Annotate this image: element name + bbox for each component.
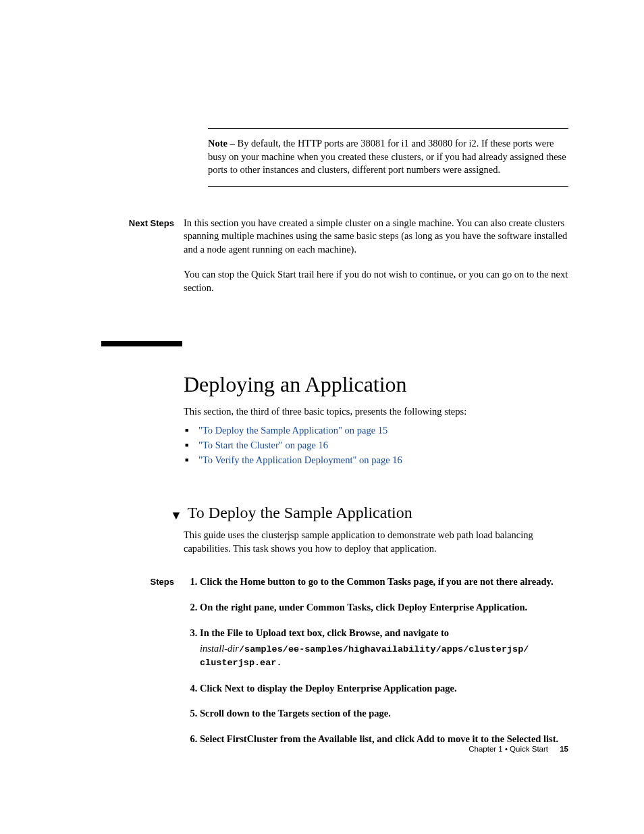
step-path: install-dir/samples/ee-samples/highavail… <box>200 642 568 669</box>
toc-link-2[interactable]: "To Start the Cluster" on page 16 <box>198 440 328 450</box>
step-item: Click the Home button to go to the Commo… <box>200 575 568 589</box>
next-steps-body: In this section you have created a simpl… <box>184 217 568 307</box>
steps-label: Steps <box>101 575 184 758</box>
toc-item: "To Deploy the Sample Application" on pa… <box>184 423 568 438</box>
path-mono: /samples/ee-samples/highavailability/app… <box>200 644 529 668</box>
note-label: Note – <box>208 138 235 149</box>
toc-list: "To Deploy the Sample Application" on pa… <box>184 423 568 467</box>
step-item: On the right pane, under Common Tasks, c… <box>200 601 568 615</box>
step-text: Click Next to display the Deploy Enterpr… <box>200 683 457 694</box>
section-rule <box>101 341 182 346</box>
footer-chapter: Chapter 1 • Quick Start <box>468 745 548 753</box>
toc-item: "To Verify the Application Deployment" o… <box>184 453 568 468</box>
note-text: By default, the HTTP ports are 38081 for… <box>208 138 566 175</box>
path-end: . <box>276 658 281 668</box>
next-steps-para-2: You can stop the Quick Start trail here … <box>184 268 568 294</box>
section-block: Deploying an Application This section, t… <box>184 372 568 468</box>
step-item: Scroll down to the Targets section of th… <box>200 707 568 721</box>
step-text: In the File to Upload text box, click Br… <box>200 627 449 638</box>
step-text: Select FirstCluster from the Available l… <box>200 733 558 744</box>
path-italic: install-dir <box>200 643 239 654</box>
steps-block: Steps Click the Home button to go to the… <box>101 575 568 758</box>
subsection-header: ▼ To Deploy the Sample Application <box>170 504 568 529</box>
note-box: Note – By default, the HTTP ports are 38… <box>208 128 568 187</box>
step-text: Click the Home button to go to the Commo… <box>200 576 554 587</box>
footer-page-number: 15 <box>560 745 568 753</box>
step-text: On the right pane, under Common Tasks, c… <box>200 602 527 613</box>
step-item: Select FirstCluster from the Available l… <box>200 733 568 746</box>
toc-item: "To Start the Cluster" on page 16 <box>184 438 568 453</box>
toc-link-3[interactable]: "To Verify the Application Deployment" o… <box>198 454 402 465</box>
step-text: Scroll down to the Targets section of th… <box>200 708 391 719</box>
triangle-icon: ▼ <box>170 509 182 521</box>
next-steps-label: Next Steps <box>101 217 184 307</box>
section-title: Deploying an Application <box>184 372 568 397</box>
subsection-intro-wrap: This guide uses the clusterjsp sample ap… <box>184 529 568 555</box>
steps-list: Click the Home button to go to the Commo… <box>184 575 568 758</box>
step-item: Click Next to display the Deploy Enterpr… <box>200 682 568 696</box>
page: Note – By default, the HTTP ports are 38… <box>0 0 644 834</box>
section-intro: This section, the third of three basic t… <box>184 405 568 419</box>
next-steps-block: Next Steps In this section you have crea… <box>101 217 568 307</box>
subsection-intro: This guide uses the clusterjsp sample ap… <box>184 529 568 555</box>
step-item: In the File to Upload text box, click Br… <box>200 627 568 670</box>
toc-link-1[interactable]: "To Deploy the Sample Application" on pa… <box>198 425 387 436</box>
next-steps-para-1: In this section you have created a simpl… <box>184 217 568 257</box>
subsection-title: To Deploy the Sample Application <box>188 504 412 522</box>
content-column: Note – By default, the HTTP ports are 38… <box>184 128 568 187</box>
page-footer: Chapter 1 • Quick Start 15 <box>468 745 568 753</box>
